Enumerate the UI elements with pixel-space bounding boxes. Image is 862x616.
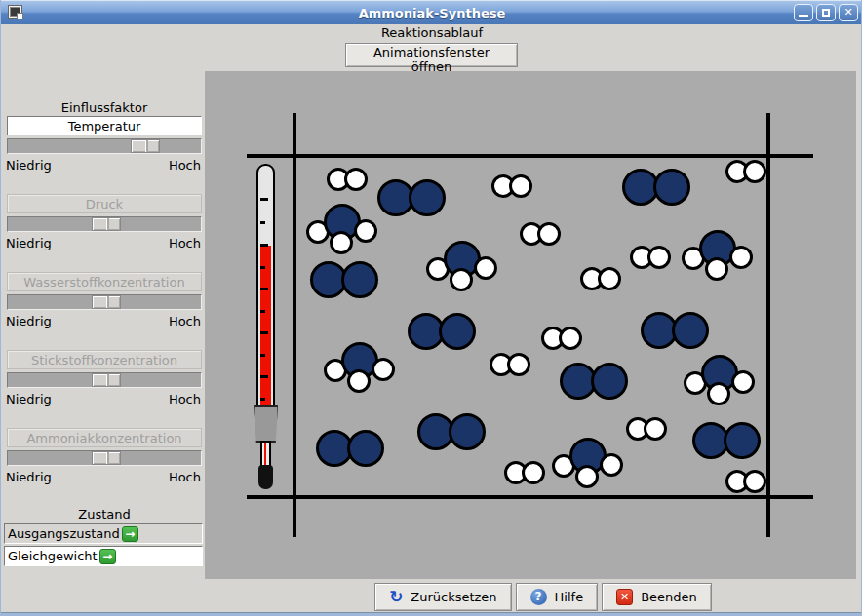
close-button[interactable]: ✕ [839, 4, 858, 21]
maximize-button[interactable] [816, 4, 836, 21]
hydrogen-atom [743, 470, 766, 493]
hilfe-button[interactable]: ?Hilfe [516, 583, 599, 611]
low-label: Niedrig [6, 392, 52, 406]
slider-scale-labels-temperatur: NiedrigHoch [6, 158, 201, 173]
window-controls: ✕ [794, 4, 858, 21]
hydrogen-atom [600, 453, 623, 477]
minimize-button[interactable] [794, 4, 813, 21]
thermometer-tick [260, 310, 265, 313]
hydrogen-atom [372, 358, 395, 381]
app-window: Ammoniak-Synthese ✕ Reaktionsablauf Anim… [0, 0, 862, 616]
slider-handle-ammoniakkonzentration [92, 451, 121, 465]
sidebar-controls: EinflussfaktorTemperaturNiedrigHochDruck… [1, 71, 204, 579]
thermometer-tick [260, 398, 265, 401]
low-label: Niedrig [6, 314, 52, 328]
thermometer-tube [256, 164, 275, 409]
hydrogen-atom [598, 267, 621, 290]
nitrogen-atom [653, 169, 690, 206]
window-title: Ammoniak-Synthese [1, 6, 862, 20]
go-arrow-icon: → [99, 549, 116, 564]
thermometer-tick [260, 354, 265, 357]
thermometer-bulb [258, 465, 273, 489]
thermometer-tick [260, 331, 268, 334]
hydrogen-atom [707, 382, 730, 405]
slider-handle-wasserstoffkonzentration [92, 295, 121, 309]
state-heading: Zustand [7, 507, 202, 521]
footer-buttons: ↺Zurücksetzen?Hilfe✕Beenden [374, 583, 712, 611]
hydrogen-atom [347, 369, 371, 393]
high-label: Hoch [169, 470, 201, 484]
hydrogen-atom [509, 174, 532, 198]
hydrogen-atom [743, 160, 766, 183]
state-button-ausgangszustand[interactable]: Ausgangszustand→ [4, 523, 203, 544]
simulation-area [205, 71, 856, 579]
reaktionsablauf-label: Reaktionsablauf [1, 25, 862, 40]
slider-wasserstoffkonzentration [7, 294, 202, 310]
thermometer-tick [260, 375, 268, 378]
frame-line-vertical-right [766, 113, 770, 537]
thermometer-tick [260, 221, 265, 224]
slider-label-stickstoffkonzentration: Stickstoffkonzentration [7, 350, 202, 369]
frame-line-horizontal-bottom [247, 495, 813, 499]
thermometer-fluid [260, 246, 271, 408]
hydrogen-atom [575, 465, 599, 488]
open-animation-window-button[interactable]: Animationsfenster öffnen [345, 43, 518, 67]
low-label: Niedrig [6, 158, 52, 173]
hydrogen-atom [537, 222, 561, 246]
thermometer-tick [260, 198, 268, 201]
high-label: Hoch [169, 314, 201, 328]
frame-line-vertical-left [293, 113, 296, 537]
hydrogen-atom [705, 257, 728, 281]
hydrogen-atom [559, 327, 582, 350]
hydrogen-atom [731, 370, 755, 394]
influence-factor-select[interactable]: Temperatur [7, 116, 202, 135]
thermometer-grip [253, 405, 279, 443]
slider-stickstoffkonzentration [7, 372, 202, 388]
slider-scale-labels-stickstoffkonzentration: NiedrigHoch [6, 392, 201, 406]
high-label: Hoch [169, 392, 201, 406]
slider-scale-labels-ammoniakkonzentration: NiedrigHoch [6, 470, 201, 484]
nitrogen-atom [672, 312, 709, 349]
thermometer-tick [260, 288, 268, 290]
quit-icon: ✕ [616, 589, 633, 605]
nitrogen-atom [724, 422, 761, 459]
thermometer-tick [260, 266, 265, 269]
slider-scale-labels-wasserstoffkonzentration: NiedrigHoch [6, 314, 201, 328]
zuruecksetzen-button[interactable]: ↺Zurücksetzen [374, 583, 512, 611]
influence-factor-heading: Einflussfaktor [7, 100, 202, 115]
button-label: Beenden [641, 590, 697, 604]
hydrogen-atom [330, 231, 353, 254]
high-label: Hoch [169, 236, 201, 250]
slider-label-druck: Druck [7, 194, 202, 213]
hydrogen-atom [474, 256, 497, 280]
nitrogen-atom [409, 179, 446, 216]
slider-temperatur[interactable] [7, 138, 202, 154]
hydrogen-atom [507, 353, 530, 376]
titlebar: Ammoniak-Synthese ✕ [1, 0, 862, 24]
slider-handle-temperatur[interactable] [131, 139, 160, 153]
undo-icon: ↺ [389, 589, 403, 605]
thermometer-tick [260, 244, 268, 247]
high-label: Hoch [169, 158, 201, 173]
help-icon: ? [530, 589, 547, 605]
low-label: Niedrig [6, 236, 52, 250]
hydrogen-atom [647, 246, 671, 269]
slider-druck [7, 216, 202, 232]
nitrogen-atom [341, 261, 378, 298]
state-button-gleichgewicht[interactable]: Gleichgewicht→ [4, 546, 203, 566]
hydrogen-atom [354, 219, 377, 243]
hydrogen-atom [729, 246, 753, 269]
nitrogen-atom [439, 313, 476, 350]
go-arrow-icon: → [122, 526, 138, 542]
window-bottom-border [1, 612, 862, 616]
nitrogen-atom [449, 413, 486, 450]
nitrogen-atom [591, 363, 628, 400]
hydrogen-atom [450, 268, 473, 291]
beenden-button[interactable]: ✕Beenden [602, 583, 712, 611]
thermometer-capillary [260, 441, 271, 468]
low-label: Niedrig [6, 470, 52, 484]
slider-handle-stickstoffkonzentration [92, 373, 121, 387]
hydrogen-atom [644, 417, 667, 441]
hydrogen-atom [344, 168, 368, 191]
nitrogen-atom [347, 430, 384, 467]
